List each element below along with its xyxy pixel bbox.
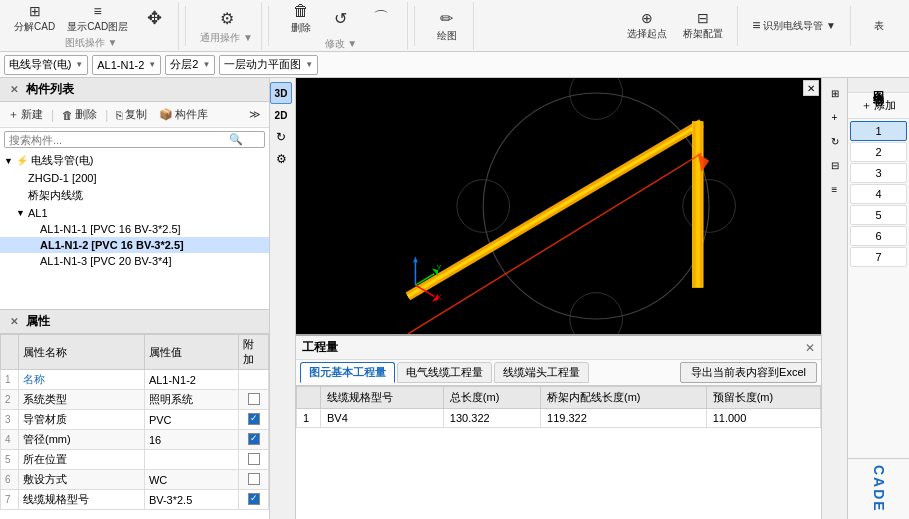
library-label: 构件库 bbox=[175, 107, 208, 122]
prop-row-install: 6 敷设方式 WC bbox=[1, 470, 269, 490]
col-prop-value: 属性值 bbox=[144, 335, 238, 370]
drawing-item-2[interactable]: 2 bbox=[850, 142, 907, 162]
checkbox-4[interactable] bbox=[248, 433, 260, 445]
bridge-config-label: 桥架配置 bbox=[683, 27, 723, 41]
rotate-button[interactable]: ↺ bbox=[323, 7, 359, 31]
combo-layer[interactable]: 分层2 ▼ bbox=[165, 55, 215, 75]
tree-item-zhgd1[interactable]: ▶ ZHGD-1 [200] bbox=[0, 170, 269, 186]
tool-r3[interactable]: ↻ bbox=[824, 130, 846, 152]
prop-check-4[interactable] bbox=[239, 430, 269, 450]
checkbox-5[interactable] bbox=[248, 453, 260, 465]
tab-cable-engineering[interactable]: 电气线缆工程量 bbox=[397, 362, 492, 383]
drawing-item-6[interactable]: 6 bbox=[850, 226, 907, 246]
cell-row-num-1: 1 bbox=[297, 409, 321, 428]
prop-value-6[interactable]: WC bbox=[144, 470, 238, 490]
tool-2d[interactable]: 2D bbox=[270, 104, 292, 126]
library-button[interactable]: 📦 构件库 bbox=[155, 105, 212, 124]
select-start-button[interactable]: ⊕ 选择起点 bbox=[623, 8, 671, 43]
modify-section-label[interactable]: 修改 ▼ bbox=[325, 37, 358, 51]
checkbox-7[interactable] bbox=[248, 493, 260, 505]
tool-settings-view[interactable]: ⚙ bbox=[270, 148, 292, 170]
prop-value-5[interactable] bbox=[144, 450, 238, 470]
prop-value-7[interactable]: BV-3*2.5 bbox=[144, 490, 238, 510]
search-box: 🔍 bbox=[4, 131, 265, 148]
tool-r4[interactable]: ⊟ bbox=[824, 154, 846, 176]
drawing-item-4[interactable]: 4 bbox=[850, 184, 907, 204]
add-drawing-button[interactable]: ＋ 添加 bbox=[859, 96, 898, 115]
tree-item-al1[interactable]: ▼ AL1 bbox=[0, 205, 269, 221]
tab-terminal-engineering[interactable]: 线缆端头工程量 bbox=[494, 362, 589, 383]
move-button[interactable]: ✥ bbox=[136, 5, 172, 32]
general-section-label[interactable]: 通用操作 ▼ bbox=[200, 31, 253, 45]
col-num bbox=[1, 335, 19, 370]
tree-arrow-conduit: ▼ bbox=[4, 156, 16, 166]
combo-conduit-type-label: 电线导管(电) bbox=[9, 57, 71, 72]
identify-cable-button[interactable]: ≡ 识别电线导管 ▼ bbox=[748, 15, 840, 36]
expand-panel-button[interactable]: ≫ bbox=[245, 106, 265, 123]
draw-label: 绘图 bbox=[437, 29, 457, 43]
canvas-close-button[interactable]: ✕ bbox=[803, 80, 819, 96]
tool-r1[interactable]: ⊞ bbox=[824, 82, 846, 104]
combo-floor-plan[interactable]: 一层动力平面图 ▼ bbox=[219, 55, 318, 75]
tool-r2[interactable]: + bbox=[824, 106, 846, 128]
arc-button[interactable]: ⌒ bbox=[363, 6, 399, 32]
table-button[interactable]: 表 bbox=[861, 17, 897, 35]
drawing-item-7[interactable]: 7 bbox=[850, 247, 907, 267]
bottom-panel-close[interactable]: ✕ bbox=[805, 341, 815, 355]
prop-check-5[interactable] bbox=[239, 450, 269, 470]
tree-panel-close[interactable]: ✕ bbox=[6, 82, 22, 98]
main-area: ✕ 构件列表 ＋ 新建 | 🗑 删除 | ⎘ 复制 📦 bbox=[0, 78, 909, 519]
drawing-item-1[interactable]: 1 bbox=[850, 121, 907, 141]
tool-r5[interactable]: ≡ bbox=[824, 178, 846, 200]
drawing-item-3[interactable]: 3 bbox=[850, 163, 907, 183]
prop-value-2[interactable]: 照明系统 bbox=[144, 390, 238, 410]
tab-basic-engineering[interactable]: 图元基本工程量 bbox=[300, 362, 395, 383]
show-cad-layers-button[interactable]: ≡ 显示CAD图层 bbox=[63, 1, 132, 36]
search-input[interactable] bbox=[9, 134, 229, 146]
tree-item-bridge-cable[interactable]: ▶ 桥架内线缆 bbox=[0, 186, 269, 205]
bridge-config-button[interactable]: ⊟ 桥架配置 bbox=[679, 8, 727, 43]
prop-check-6[interactable] bbox=[239, 470, 269, 490]
new-component-button[interactable]: ＋ 新建 bbox=[4, 105, 47, 124]
show-cad-layers-label: 显示CAD图层 bbox=[67, 20, 128, 34]
checkbox-6[interactable] bbox=[248, 473, 260, 485]
left-panel: ✕ 构件列表 ＋ 新建 | 🗑 删除 | ⎘ 复制 📦 bbox=[0, 78, 270, 519]
export-excel-button[interactable]: 导出当前表内容到Excel bbox=[680, 362, 817, 383]
svg-text:X: X bbox=[437, 293, 442, 302]
general-op-button[interactable]: ⚙ bbox=[209, 7, 245, 31]
prop-value-1[interactable]: AL1-N1-2 bbox=[144, 370, 238, 390]
prop-num-5: 5 bbox=[1, 450, 19, 470]
tree-item-al1-n1-2[interactable]: ▶ AL1-N1-2 [PVC 16 BV-3*2.5] bbox=[0, 237, 269, 253]
properties-close[interactable]: ✕ bbox=[6, 314, 22, 330]
checkbox-3[interactable] bbox=[248, 413, 260, 425]
delete-component-button[interactable]: 🗑 删除 bbox=[58, 105, 101, 124]
copy-component-button[interactable]: ⎘ 复制 bbox=[112, 105, 151, 124]
bottom-panel-title: 工程量 bbox=[302, 339, 338, 356]
prop-check-7[interactable] bbox=[239, 490, 269, 510]
arc-icon: ⌒ bbox=[373, 8, 389, 29]
cade-section: CADE bbox=[848, 458, 909, 519]
decompose-cad-button[interactable]: ⊞ 分解CAD bbox=[10, 1, 59, 36]
combo-layer-arrow: ▼ bbox=[202, 60, 210, 69]
prop-value-3[interactable]: PVC bbox=[144, 410, 238, 430]
drawings-section-label[interactable]: 图纸操作 ▼ bbox=[65, 36, 118, 50]
tool-3d[interactable]: 3D bbox=[270, 82, 292, 104]
combo-circuit-label: AL1-N1-2 bbox=[97, 59, 144, 71]
tree-item-conduit-elec[interactable]: ▼ ⚡ 电线导管(电) bbox=[0, 151, 269, 170]
prop-check-2[interactable] bbox=[239, 390, 269, 410]
cad-canvas-area[interactable]: ✕ bbox=[296, 78, 821, 334]
right-panel-header: 图纸管 bbox=[848, 78, 909, 93]
cade-label[interactable]: CADE bbox=[871, 465, 887, 513]
tree-item-al1-n1-1[interactable]: ▶ AL1-N1-1 [PVC 16 BV-3*2.5] bbox=[0, 221, 269, 237]
sep-right bbox=[737, 6, 738, 46]
draw-button[interactable]: ✏ 绘图 bbox=[429, 7, 465, 45]
combo-circuit[interactable]: AL1-N1-2 ▼ bbox=[92, 55, 161, 75]
prop-value-4[interactable]: 16 bbox=[144, 430, 238, 450]
delete-button[interactable]: 🗑 删除 bbox=[283, 0, 319, 37]
tool-rotate-view[interactable]: ↻ bbox=[270, 126, 292, 148]
drawing-item-5[interactable]: 5 bbox=[850, 205, 907, 225]
prop-check-3[interactable] bbox=[239, 410, 269, 430]
checkbox-2[interactable] bbox=[248, 393, 260, 405]
combo-conduit-type[interactable]: 电线导管(电) ▼ bbox=[4, 55, 88, 75]
tree-item-al1-n1-3[interactable]: ▶ AL1-N1-3 [PVC 20 BV-3*4] bbox=[0, 253, 269, 269]
